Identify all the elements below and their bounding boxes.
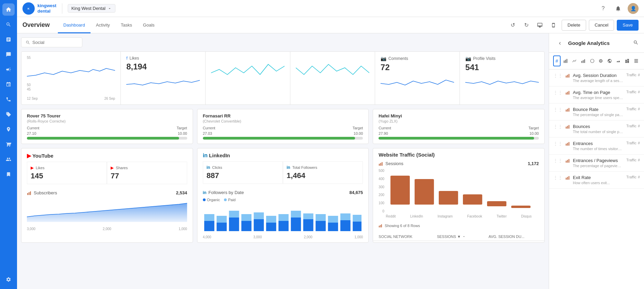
panel-donut-btn[interactable] bbox=[597, 55, 605, 66]
sidebar-item-tag[interactable] bbox=[2, 108, 15, 121]
svg-rect-68 bbox=[566, 144, 566, 146]
svg-rect-11 bbox=[241, 221, 252, 231]
notifications-icon[interactable] bbox=[613, 3, 624, 14]
sidebar-item-search[interactable] bbox=[2, 18, 15, 31]
sidebar-item-bookmark[interactable] bbox=[2, 168, 15, 180]
sidebar-item-chart[interactable] bbox=[2, 33, 15, 46]
tab-tasks[interactable]: Tasks bbox=[115, 18, 138, 33]
panel-area-btn[interactable] bbox=[615, 55, 622, 66]
panel-circle-btn[interactable] bbox=[589, 55, 596, 66]
analytics-item-4[interactable]: ⋮⋮ Entrances The number of times visitor… bbox=[549, 138, 644, 155]
col-sessions[interactable]: SESSIONS ▼ bbox=[432, 232, 483, 241]
redo-icon[interactable]: ↻ bbox=[521, 20, 532, 31]
svg-rect-52 bbox=[625, 61, 627, 63]
svg-text:K: K bbox=[28, 7, 30, 10]
analytics-item-content-0: Avg. Session Duration The average length… bbox=[573, 73, 624, 83]
svg-rect-61 bbox=[568, 91, 569, 95]
drag-handle-2[interactable]: ⋮⋮ bbox=[553, 107, 563, 112]
svg-rect-23 bbox=[316, 221, 326, 231]
svg-rect-21 bbox=[303, 219, 313, 231]
progress-row-2: Current Target bbox=[379, 126, 539, 130]
sidebar-item-settings[interactable] bbox=[2, 273, 15, 286]
drag-handle-1[interactable]: ⋮⋮ bbox=[553, 90, 563, 95]
panel-chart-btn[interactable] bbox=[580, 55, 587, 66]
svg-rect-2 bbox=[27, 193, 28, 195]
analytics-item-1[interactable]: ⋮⋮ Avg. Time on Page The average time us… bbox=[549, 86, 644, 103]
analytics-item-0[interactable]: ⋮⋮ Avg. Session Duration The average len… bbox=[549, 69, 644, 86]
org-selector[interactable]: King West Dental bbox=[68, 4, 115, 13]
svg-rect-72 bbox=[567, 160, 568, 163]
analytics-bar-icon-5 bbox=[565, 158, 570, 164]
svg-point-49 bbox=[590, 59, 594, 63]
svg-rect-8 bbox=[216, 216, 227, 223]
svg-rect-36 bbox=[439, 191, 458, 205]
svg-rect-44 bbox=[565, 60, 566, 63]
sidebar-item-pin[interactable] bbox=[2, 78, 15, 91]
progress-row-1: Current Target bbox=[203, 126, 363, 130]
tab-goals[interactable]: Goals bbox=[138, 18, 160, 33]
panel-back-icon[interactable]: ‹ bbox=[554, 37, 565, 48]
analytics-item-2[interactable]: ⋮⋮ Bounce Rate The percentage of single … bbox=[549, 103, 644, 121]
youtube-section: ▶ YouTube ▶ Likes 145 bbox=[21, 148, 193, 187]
drag-handle-0[interactable]: ⋮⋮ bbox=[553, 73, 563, 78]
help-icon[interactable]: ? bbox=[598, 3, 609, 14]
delete-button[interactable]: Delete bbox=[562, 20, 586, 31]
analytics-item-5[interactable]: ⋮⋮ Entrances / Pageviews The percentage … bbox=[549, 155, 644, 172]
svg-rect-14 bbox=[254, 212, 264, 219]
mobile-icon[interactable] bbox=[548, 20, 559, 31]
progress-bar-2 bbox=[379, 137, 539, 140]
sidebar-item-shopping[interactable] bbox=[2, 138, 15, 150]
cancel-button[interactable]: Cancel bbox=[589, 20, 614, 31]
analytics-item-6[interactable]: ⋮⋮ Exit Rate How often users exit... Tra… bbox=[549, 172, 644, 189]
save-button[interactable]: Save bbox=[617, 20, 639, 31]
navbar: Overview Dashboard Activity Tasks Goals … bbox=[17, 17, 644, 33]
facebook-icon: f bbox=[126, 56, 127, 61]
linkedin-section: in LinkedIn in Clicks 887 bbox=[197, 148, 369, 187]
drag-handle-6[interactable]: ⋮⋮ bbox=[553, 175, 563, 180]
svg-rect-40 bbox=[379, 226, 380, 227]
li-clicks-icon: in bbox=[207, 165, 210, 170]
svg-rect-16 bbox=[266, 216, 276, 223]
svg-rect-41 bbox=[380, 225, 381, 227]
search-input[interactable]: Social bbox=[21, 37, 82, 47]
website-traffic-title: Website Traffic (Social) bbox=[373, 148, 544, 158]
panel-globe-btn[interactable] bbox=[606, 55, 613, 66]
sessions-title: Sessions bbox=[379, 161, 403, 166]
user-avatar[interactable]: 👤 bbox=[628, 3, 639, 14]
panel-stacked-btn[interactable] bbox=[624, 55, 631, 66]
showing-rows: Showing 6 of 8 Rows bbox=[373, 222, 544, 230]
svg-rect-32 bbox=[381, 163, 381, 165]
tab-activity[interactable]: Activity bbox=[91, 18, 115, 33]
fb-likes-value: 8,194 bbox=[126, 62, 200, 71]
sidebar-item-location[interactable] bbox=[2, 123, 15, 135]
desktop-icon[interactable] bbox=[534, 20, 545, 31]
topbar-right: ? 👤 bbox=[598, 3, 639, 14]
sidebar-item-phone[interactable] bbox=[2, 93, 15, 106]
sidebar-item-home[interactable] bbox=[2, 3, 15, 16]
svg-rect-54 bbox=[627, 61, 629, 63]
svg-rect-37 bbox=[463, 194, 482, 205]
followers-chart-section: in Followers by Date 84,675 Organic Paid bbox=[197, 187, 369, 242]
drag-handle-4[interactable]: ⋮⋮ bbox=[553, 141, 563, 146]
svg-rect-59 bbox=[566, 93, 566, 95]
analytics-bar-icon-1 bbox=[565, 90, 570, 96]
analytics-item-3[interactable]: ⋮⋮ Bounces The total number of single pa… bbox=[549, 121, 644, 138]
panel-table-btn[interactable] bbox=[632, 55, 640, 66]
sidebar-item-users[interactable] bbox=[2, 153, 15, 165]
drag-handle-5[interactable]: ⋮⋮ bbox=[553, 158, 563, 163]
linkedin-metrics: in Clicks 887 in Total Followers bbox=[203, 161, 363, 184]
tab-dashboard[interactable]: Dashboard bbox=[58, 18, 91, 33]
svg-rect-30 bbox=[353, 215, 361, 222]
panel-line-btn[interactable] bbox=[571, 55, 578, 66]
svg-rect-65 bbox=[566, 127, 566, 129]
svg-rect-46 bbox=[581, 61, 582, 63]
panel-bar-btn[interactable] bbox=[562, 55, 569, 66]
panel-search-icon[interactable] bbox=[633, 40, 639, 46]
analytics-bar-icon-3 bbox=[565, 124, 570, 130]
analytics-bar-icon-2 bbox=[565, 107, 570, 113]
sidebar-item-message[interactable] bbox=[2, 48, 15, 61]
undo-icon[interactable]: ↺ bbox=[507, 20, 518, 31]
sidebar-item-megaphone[interactable] bbox=[2, 63, 15, 76]
drag-handle-3[interactable]: ⋮⋮ bbox=[553, 124, 563, 129]
panel-hash-btn[interactable]: # bbox=[553, 55, 561, 66]
